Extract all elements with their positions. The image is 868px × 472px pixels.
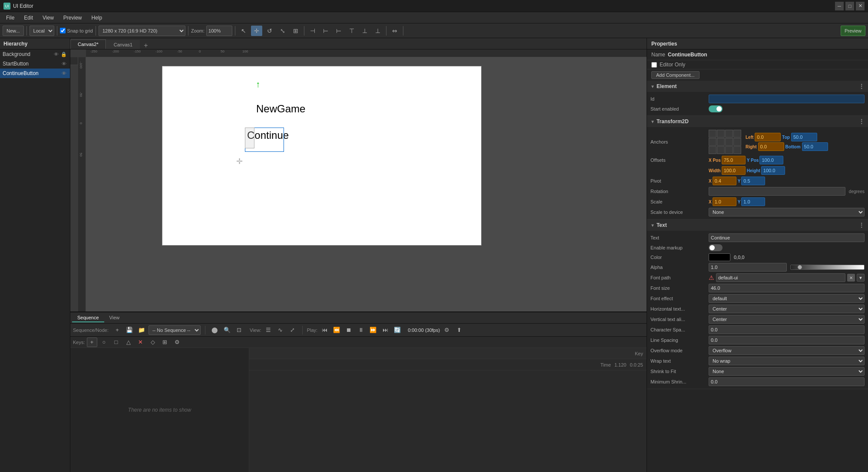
anchor-tc[interactable] [717, 130, 725, 138]
align-center-v[interactable]: ⊥ [359, 26, 370, 36]
preview-button[interactable]: Preview [841, 26, 865, 36]
scale-y-input[interactable]: 1.0 [741, 197, 765, 206]
menu-file[interactable]: File [2, 14, 19, 22]
key-circle[interactable]: ○ [99, 338, 109, 347]
snap-to-grid-checkbox[interactable] [60, 28, 66, 33]
alpha-slider[interactable] [790, 265, 865, 270]
char-spacing-input[interactable]: 0.0 [709, 325, 865, 334]
align-bottom[interactable]: ⊥ [372, 26, 383, 36]
text-section-header[interactable]: ▼ Text ⋮ [647, 220, 868, 231]
key-triangle[interactable]: △ [123, 338, 134, 347]
key-auto[interactable]: ⚙ [172, 338, 182, 347]
play-end[interactable]: ⏭ [380, 325, 390, 335]
snap-to-grid-label[interactable]: Snap to grid [60, 28, 93, 33]
anchor-mc[interactable] [717, 138, 725, 146]
tab-canvas1[interactable]: Canvas1 [106, 40, 140, 49]
top-input[interactable]: 50.0 [791, 133, 817, 141]
anchor-tool[interactable]: ⊞ [290, 26, 301, 36]
anim-tab-sequence[interactable]: Sequence [72, 314, 104, 322]
align-center-h[interactable]: ⊢ [320, 26, 331, 36]
zoom-input[interactable] [206, 26, 232, 36]
align-right[interactable]: ⊢ [333, 26, 344, 36]
seq-node-add[interactable]: + [112, 325, 122, 335]
key-add[interactable]: + [87, 338, 97, 347]
xpos-input[interactable]: 75.0 [722, 156, 746, 164]
hierarchy-item-continuebutton[interactable]: ContinueButton 👁 [0, 69, 70, 78]
move-tool[interactable]: ✛ [251, 26, 262, 36]
anim-settings[interactable]: ⚙ [442, 325, 452, 335]
overflow-mode-select[interactable]: Overflow [709, 346, 865, 355]
enable-markup-toggle[interactable] [709, 244, 723, 251]
align-left[interactable]: ⊣ [307, 26, 318, 36]
element-section-header[interactable]: ▼ Element ⋮ [647, 81, 868, 92]
pivot-y-input[interactable]: 0.5 [741, 177, 765, 185]
anim-export[interactable]: ⬆ [454, 325, 464, 335]
hierarchy-item-startbutton[interactable]: StartButton 👁 [0, 59, 70, 69]
right-input[interactable]: 0.0 [758, 142, 784, 151]
local-select[interactable]: Local [30, 26, 54, 36]
key-snap[interactable]: ⊞ [160, 338, 170, 347]
view-list[interactable]: ☰ [263, 325, 274, 335]
scale-x-input[interactable]: 1.0 [713, 197, 736, 206]
font-path-clear-button[interactable]: ✕ [847, 274, 855, 282]
anchor-tr[interactable] [725, 130, 733, 138]
menu-preview[interactable]: Preview [59, 14, 86, 22]
menu-help[interactable]: Help [87, 14, 107, 22]
hierarchy-item-background[interactable]: Background 👁 🔒 [0, 49, 70, 59]
rotation-input[interactable] [709, 187, 845, 196]
canvas-newgame-text[interactable]: NewGame [256, 103, 305, 115]
play-next[interactable]: ⏩ [368, 325, 378, 335]
minimize-button[interactable]: ─ [835, 2, 844, 10]
seq-node-save[interactable]: 💾 [124, 325, 135, 335]
pointer-tool[interactable]: ↖ [238, 26, 249, 36]
anim-tab-view[interactable]: View [104, 314, 125, 322]
maximize-button[interactable]: □ [845, 2, 854, 10]
scale-tool[interactable]: ⤡ [277, 26, 288, 36]
anchor-mr[interactable] [725, 138, 733, 146]
font-path-browse-button[interactable]: ▼ [857, 274, 865, 282]
start-enabled-toggle[interactable] [709, 105, 723, 112]
alpha-input[interactable]: 1.0 [709, 263, 787, 272]
bottom-input[interactable]: 50.0 [802, 142, 828, 151]
add-component-button[interactable]: Add Component... [651, 71, 700, 79]
canvas-viewport[interactable]: ↑ ✛ NewGame [86, 57, 647, 311]
key-delete[interactable]: ✕ [135, 338, 146, 347]
key-diamond[interactable]: ◇ [148, 338, 158, 347]
line-spacing-input[interactable]: 0.0 [709, 336, 865, 344]
ypos-input[interactable]: 100.0 [759, 156, 783, 164]
lock-icon-bg[interactable]: 🔒 [60, 51, 67, 58]
record-button[interactable]: ⬤ [210, 325, 220, 335]
element-menu-dots[interactable]: ⋮ [858, 83, 865, 90]
visibility-icon-bg[interactable]: 👁 [53, 51, 59, 58]
font-size-input[interactable]: 46.0 [709, 284, 865, 292]
align-top[interactable]: ⊤ [346, 26, 357, 36]
pivot-x-input[interactable]: 0.4 [713, 177, 736, 185]
anchor-bc[interactable] [717, 146, 725, 154]
editor-only-checkbox[interactable] [651, 62, 657, 68]
rotate-tool[interactable]: ↺ [264, 26, 275, 36]
left-input[interactable]: 0.0 [755, 133, 781, 141]
sequence-select[interactable]: -- No Sequence -- [149, 325, 201, 335]
play-pause[interactable]: ⏸ [356, 325, 366, 335]
anchor-ts[interactable] [733, 130, 741, 138]
height-input[interactable]: 100.0 [761, 166, 785, 175]
v-align-select[interactable]: Center [709, 315, 865, 324]
anchor-ml[interactable] [709, 138, 716, 146]
menu-edit[interactable]: Edit [20, 14, 37, 22]
resolution-select[interactable]: 1280 x 720 (16:9 HD 720) [99, 26, 185, 36]
shrink-to-fit-select[interactable]: None [709, 367, 865, 376]
text-menu-dots[interactable]: ⋮ [858, 222, 865, 229]
play-prev[interactable]: ⏪ [331, 325, 342, 335]
anim-fit[interactable]: ⊡ [234, 325, 244, 335]
scale-to-device-select[interactable]: None [709, 208, 865, 216]
menu-view[interactable]: View [38, 14, 58, 22]
id-input[interactable] [709, 95, 865, 103]
anchor-bs[interactable] [733, 146, 741, 154]
anchor-ms[interactable] [733, 138, 741, 146]
transform2d-header[interactable]: ▼ Transform2D ⋮ [647, 116, 868, 127]
seq-node-folder[interactable]: 📁 [136, 325, 147, 335]
play-loop[interactable]: 🔄 [392, 325, 403, 335]
add-canvas-tab[interactable]: + [140, 42, 151, 49]
view-curve[interactable]: ∿ [275, 325, 286, 335]
min-shrink-input[interactable]: 0.0 [709, 377, 865, 386]
